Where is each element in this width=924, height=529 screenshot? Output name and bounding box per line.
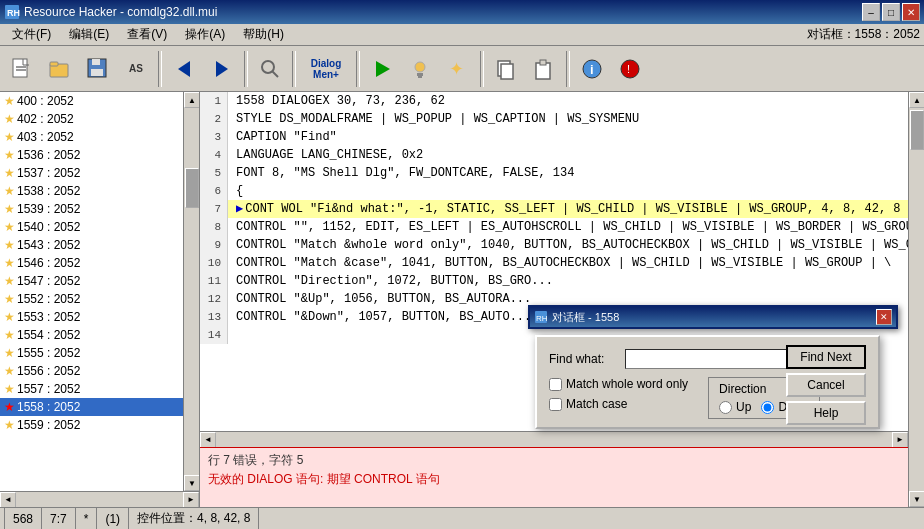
menu-view[interactable]: 查看(V)	[119, 24, 175, 45]
status-info2: 控件位置：4, 8, 42, 8	[129, 508, 259, 529]
code-line-7: 7 ▶CONT WOL "Fi&nd what:", -1, STATIC, S…	[200, 200, 908, 218]
star-icon-1553: ★	[4, 310, 15, 324]
error-line2: 无效的 DIALOG 语句: 期望 CONTROL 语句	[208, 471, 900, 488]
toolbar-copy[interactable]	[488, 50, 524, 88]
tree-item[interactable]: ★1546 : 2052	[0, 254, 183, 272]
star-icon-1552: ★	[4, 292, 15, 306]
code-scroll-right[interactable]: ►	[892, 432, 908, 448]
status-info1: (1)	[97, 508, 129, 529]
star-icon-1558: ★	[4, 400, 15, 414]
svg-rect-2	[13, 59, 27, 77]
tree-item[interactable]: ★1540 : 2052	[0, 218, 183, 236]
toolbar-new[interactable]	[4, 50, 40, 88]
toolbar-info[interactable]: i	[574, 50, 610, 88]
menu-file[interactable]: 文件(F)	[4, 24, 59, 45]
help-button[interactable]: Help	[786, 401, 866, 425]
match-whole-word-checkbox[interactable]	[549, 378, 562, 391]
toolbar-paste[interactable]	[526, 50, 562, 88]
scroll-up-arrow[interactable]: ▲	[184, 92, 199, 108]
tree-item-selected[interactable]: ★1558 : 2052	[0, 398, 183, 416]
tree-item[interactable]: ★1539 : 2052	[0, 200, 183, 218]
right-scroll-up[interactable]: ▲	[909, 92, 924, 108]
tree-item[interactable]: ★1543 : 2052	[0, 236, 183, 254]
code-horiz-scrollbar[interactable]: ◄ ►	[200, 431, 908, 447]
toolbar-run[interactable]	[364, 50, 400, 88]
toolbar-star[interactable]: ✦	[440, 50, 476, 88]
tree-item[interactable]: ★1554 : 2052	[0, 326, 183, 344]
close-button[interactable]: ✕	[902, 3, 920, 21]
tree-item[interactable]: ★1536 : 2052	[0, 146, 183, 164]
scroll-thumb[interactable]	[185, 168, 199, 208]
back-icon	[172, 57, 196, 81]
tree-item[interactable]: ★1557 : 2052	[0, 380, 183, 398]
run-icon	[370, 57, 394, 81]
star-icon-1536: ★	[4, 148, 15, 162]
toolbar-open[interactable]	[42, 50, 78, 88]
toolbar-stop[interactable]: !	[612, 50, 648, 88]
menu-action[interactable]: 操作(A)	[177, 24, 233, 45]
paste-icon	[532, 57, 556, 81]
new-icon	[10, 57, 34, 81]
tree-item[interactable]: ★1537 : 2052	[0, 164, 183, 182]
scroll-down-arrow[interactable]: ▼	[184, 475, 199, 491]
tree-item[interactable]: ★1556 : 2052	[0, 362, 183, 380]
toolbar-save[interactable]	[80, 50, 116, 88]
up-radio[interactable]	[719, 401, 732, 414]
down-radio[interactable]	[761, 401, 774, 414]
find-next-button[interactable]: Find Next	[786, 345, 866, 369]
status-indicator: *	[76, 508, 98, 529]
right-panel: 1 1558 DIALOGEX 30, 73, 236, 62 2 STYLE …	[200, 92, 908, 507]
star-icon-1539: ★	[4, 202, 15, 216]
status-bar: 568 7:7 * (1) 控件位置：4, 8, 42, 8	[0, 507, 924, 529]
tree-item[interactable]: ★1553 : 2052	[0, 308, 183, 326]
code-scroll-left[interactable]: ◄	[200, 432, 216, 448]
menu-bar: 文件(F) 编辑(E) 查看(V) 操作(A) 帮助(H) 对话框：1558：2…	[0, 24, 924, 46]
code-horiz-track	[216, 433, 892, 447]
toolbar-dialog[interactable]: DialogMen+	[300, 50, 352, 88]
up-option: Up	[719, 400, 751, 414]
tree-item[interactable]: ★400 : 2052	[0, 92, 183, 110]
tree-item[interactable]: ★1547 : 2052	[0, 272, 183, 290]
code-line-5: 5 FONT 8, "MS Shell Dlg", FW_DONTCARE, F…	[200, 164, 908, 182]
toolbar-compile[interactable]: AS	[118, 50, 154, 88]
right-scroll-down[interactable]: ▼	[909, 491, 924, 507]
cancel-button[interactable]: Cancel	[786, 373, 866, 397]
star-icon-1557: ★	[4, 382, 15, 396]
star-icon-1537: ★	[4, 166, 15, 180]
tree-item[interactable]: ★403 : 2052	[0, 128, 183, 146]
save-icon	[86, 57, 110, 81]
left-horiz-scrollbar[interactable]: ◄ ►	[0, 491, 199, 507]
match-case-checkbox[interactable]	[549, 398, 562, 411]
star-icon-1538: ★	[4, 184, 15, 198]
minimize-button[interactable]: –	[862, 3, 880, 21]
dialog-outer-close[interactable]: ✕	[876, 309, 892, 325]
svg-marker-10	[178, 61, 190, 77]
error-line1: 行 7 错误，字符 5	[208, 452, 900, 469]
star-icon-1555: ★	[4, 346, 15, 360]
scroll-right-arrow[interactable]: ►	[183, 492, 199, 508]
find-icon	[258, 57, 282, 81]
tree-item[interactable]: ★1559 : 2052	[0, 416, 183, 434]
match-case-label: Match case	[566, 397, 627, 411]
code-line-9: 9 CONTROL "Match &whole word only", 1040…	[200, 236, 908, 254]
toolbar-back[interactable]	[166, 50, 202, 88]
toolbar-light[interactable]	[402, 50, 438, 88]
star-icon-400: ★	[4, 94, 15, 108]
toolbar-sep3	[292, 51, 296, 87]
maximize-button[interactable]: □	[882, 3, 900, 21]
left-scrollbar[interactable]: ▲ ▼	[183, 92, 199, 491]
tree-item[interactable]: ★1555 : 2052	[0, 344, 183, 362]
tree-item[interactable]: ★1538 : 2052	[0, 182, 183, 200]
up-label: Up	[736, 400, 751, 414]
toolbar-forward[interactable]	[204, 50, 240, 88]
tree-item[interactable]: ★402 : 2052	[0, 110, 183, 128]
right-scrollbar[interactable]: ▲ ▼	[908, 92, 924, 507]
code-line-2: 2 STYLE DS_MODALFRAME | WS_POPUP | WS_CA…	[200, 110, 908, 128]
scroll-left-arrow[interactable]: ◄	[0, 492, 16, 508]
menu-edit[interactable]: 编辑(E)	[61, 24, 117, 45]
menu-help[interactable]: 帮助(H)	[235, 24, 292, 45]
tree-item[interactable]: ★1552 : 2052	[0, 290, 183, 308]
right-scroll-thumb[interactable]	[910, 110, 924, 150]
match-whole-word-label: Match whole word only	[566, 377, 688, 391]
toolbar-find[interactable]	[252, 50, 288, 88]
